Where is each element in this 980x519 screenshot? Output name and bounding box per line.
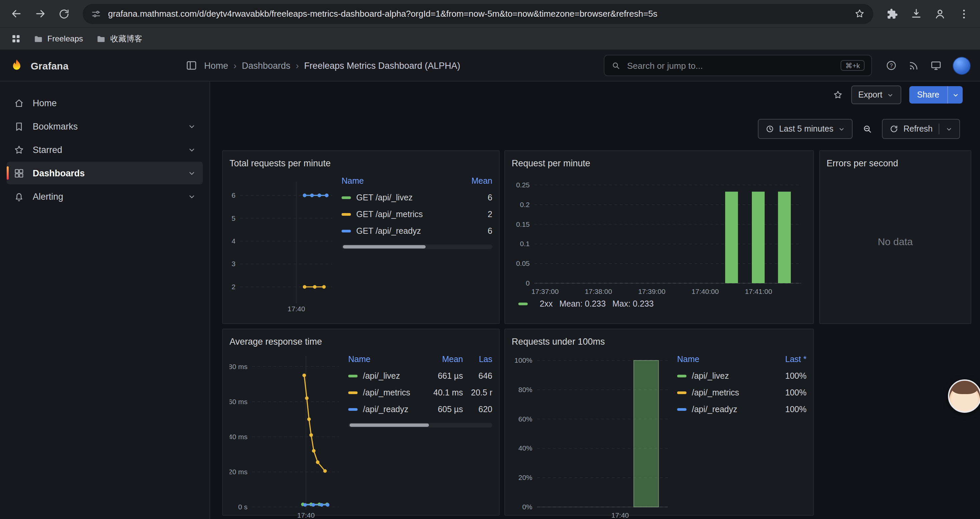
sidebar-item-bookmarks[interactable]: Bookmarks <box>7 115 203 137</box>
downloads-button[interactable] <box>905 3 927 24</box>
legend-row: /api/_metrics100% <box>677 384 807 401</box>
export-button[interactable]: Export <box>851 86 901 104</box>
bookmark-star-icon[interactable] <box>854 8 865 19</box>
legend-header[interactable]: Mean <box>426 355 463 364</box>
breadcrumb-dashboards[interactable]: Dashboards <box>234 61 291 70</box>
folder-icon <box>96 34 107 44</box>
series-name[interactable]: 2xx <box>540 299 553 308</box>
y-tick-label: 0% <box>522 503 532 511</box>
legend-header[interactable]: Mean <box>452 176 492 185</box>
legend-scrollbar[interactable] <box>348 423 492 428</box>
browser-window: Freeleaps 收藏博客 Grafana Home Dashboards F… <box>0 0 980 519</box>
bell-icon <box>13 191 25 202</box>
back-button[interactable] <box>5 3 27 24</box>
series-name[interactable]: GET /api/_readyz <box>356 226 421 235</box>
series-name[interactable]: GET /api/_livez <box>356 193 413 202</box>
reload-button[interactable] <box>53 3 75 24</box>
chevron-down-icon[interactable] <box>188 192 196 201</box>
panel-title[interactable]: Total requests per minute <box>229 155 492 171</box>
share-label[interactable]: Share <box>909 86 947 104</box>
time-range-picker[interactable]: Last 5 minutes <box>758 119 853 139</box>
legend-header[interactable]: Las <box>466 355 492 364</box>
bar <box>752 192 765 283</box>
series-point <box>313 285 317 289</box>
breadcrumb-home[interactable]: Home <box>204 61 228 70</box>
monitor-icon <box>930 59 942 72</box>
sidebar-toggle-button[interactable] <box>185 59 197 72</box>
news-button[interactable] <box>908 60 919 71</box>
reload-icon <box>58 8 70 20</box>
sidebar-item-starred[interactable]: Starred <box>7 138 203 161</box>
search-box[interactable]: ⌘+k <box>604 55 872 76</box>
brand-name[interactable]: Grafana <box>31 60 68 71</box>
extensions-button[interactable] <box>881 3 903 24</box>
zoom-out-button[interactable] <box>858 120 877 138</box>
x-tick-label: 17:39:00 <box>638 287 665 295</box>
legend-header[interactable]: Name <box>348 355 423 364</box>
url-bar[interactable] <box>83 4 873 24</box>
legend-header[interactable]: Last * <box>767 355 807 364</box>
display-button[interactable] <box>930 59 942 72</box>
apps-grid-button[interactable] <box>7 30 25 48</box>
sidebar-item-label: Dashboards <box>33 168 85 178</box>
series-line <box>304 375 325 471</box>
panel-title[interactable]: Request per minute <box>512 155 807 171</box>
sidebar-item-dashboards[interactable]: Dashboards <box>7 162 203 184</box>
x-tick-label: 17:38:00 <box>585 287 612 295</box>
y-tick-label: 0.2 <box>520 201 530 208</box>
time-controls: Last 5 minutes Refresh <box>758 119 960 139</box>
y-tick-label: 6 <box>231 192 235 199</box>
series-color-dash <box>677 374 686 377</box>
sidebar-item-home[interactable]: Home <box>7 91 203 114</box>
back-arrow-icon <box>10 7 22 20</box>
total-requests-chart[interactable]: 6543217:40 <box>229 171 336 315</box>
panel-title[interactable]: Errors per second <box>827 155 964 171</box>
series-point <box>325 194 329 197</box>
series-point <box>310 194 314 197</box>
series-name[interactable]: /api/_readyz <box>363 404 408 414</box>
series-color-dash <box>677 408 686 410</box>
series-name[interactable]: /api/_livez <box>692 371 729 380</box>
y-tick-label: 80 ms <box>229 363 248 370</box>
share-menu-button[interactable] <box>947 86 963 104</box>
user-avatar[interactable] <box>953 56 970 75</box>
bookmark-item-freeleaps[interactable]: Freeleaps <box>28 32 88 46</box>
favorite-dashboard-button[interactable] <box>832 89 843 100</box>
legend-header[interactable]: Name <box>342 176 450 185</box>
legend-header[interactable]: Name <box>677 355 764 364</box>
share-button[interactable]: Share <box>909 86 963 104</box>
chevron-down-icon[interactable] <box>188 169 196 177</box>
forward-button[interactable] <box>29 3 51 24</box>
series-point <box>322 285 326 289</box>
help-button[interactable]: ? <box>885 59 897 72</box>
browser-menu-button[interactable] <box>953 3 975 24</box>
bookmark-item-blogs[interactable]: 收藏博客 <box>91 31 148 46</box>
grafana-logo[interactable] <box>10 58 24 73</box>
sidebar-item-alerting[interactable]: Alerting <box>7 185 203 208</box>
dashboard-actions: Export Share <box>832 81 963 108</box>
series-name[interactable]: /api/_readyz <box>692 404 737 414</box>
series-name[interactable]: /api/_livez <box>363 371 400 380</box>
under-100ms-chart[interactable]: 100%80%60%40%20%0%17:40 <box>512 349 672 519</box>
chevron-down-icon[interactable] <box>188 145 196 154</box>
browser-profile-button[interactable] <box>929 3 951 24</box>
assistant-avatar[interactable] <box>948 379 980 413</box>
site-settings-icon[interactable] <box>91 8 102 19</box>
requests-per-minute-chart[interactable]: 0.250.20.150.10.05017:37:0017:38:0017:39… <box>512 171 805 298</box>
search-input[interactable] <box>626 60 835 71</box>
bookmark-label: Freeleaps <box>48 34 83 43</box>
avg-response-chart[interactable]: 80 ms60 ms40 ms20 ms0 s17:40 <box>229 349 343 519</box>
series-name[interactable]: /api/_metrics <box>692 388 739 397</box>
panel-title[interactable]: Average response time <box>229 333 492 349</box>
chevron-down-icon[interactable] <box>188 122 196 131</box>
legend-scrollbar[interactable] <box>342 244 492 249</box>
url-input[interactable] <box>107 8 849 19</box>
panel-errors-per-second: Errors per second No data <box>819 150 971 324</box>
series-name[interactable]: /api/_metrics <box>363 388 410 397</box>
legend-row: /api/_metrics40.1 ms20.5 r <box>348 384 492 401</box>
panel-title[interactable]: Requests under 100ms <box>512 333 807 349</box>
help-icon: ? <box>885 59 897 72</box>
series-name[interactable]: GET /api/_metrics <box>356 209 423 219</box>
refresh-control[interactable]: Refresh <box>882 119 960 139</box>
chevron-down-icon[interactable] <box>945 125 953 133</box>
